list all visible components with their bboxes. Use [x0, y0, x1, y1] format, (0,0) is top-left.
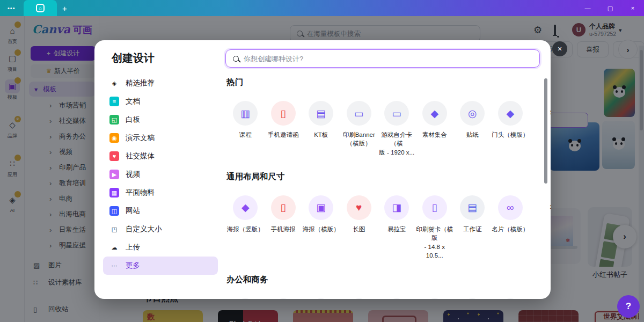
- design-format-label: 工作证: [453, 225, 492, 233]
- design-search-input[interactable]: [244, 55, 539, 63]
- design-format-icon: ◆: [498, 101, 523, 126]
- design-format-labels: 印刷Banner （横版）: [340, 130, 378, 149]
- design-format-icon: ◆: [422, 298, 447, 299]
- design-type-icon: ≡: [109, 97, 119, 106]
- design-format-icon: ∞: [460, 298, 485, 299]
- design-format-item[interactable]: ▤ 工作证: [453, 195, 492, 260]
- search-icon: [233, 56, 239, 62]
- design-format-item[interactable]: ▤ 圆角名片: [492, 298, 530, 299]
- titlebar: ••• ⌂ + — ▢ ×: [0, 0, 644, 16]
- design-format-item[interactable]: ▥ 课程: [226, 101, 265, 157]
- section-next-arrow-button[interactable]: ›: [550, 201, 551, 212]
- design-format-icon: ▯: [422, 195, 447, 220]
- design-format-item[interactable]: ◨ 易拉宝: [378, 195, 416, 260]
- design-type-icon: ◉: [109, 133, 119, 143]
- help-button[interactable]: ?: [617, 295, 640, 318]
- design-format-labels: KT板: [302, 130, 340, 149]
- design-type-menu-item[interactable]: ▦ 平面物料: [103, 184, 218, 202]
- design-format-item[interactable]: ▯ 印刷贺卡（横版 - 14.8 x 10.5...: [416, 195, 454, 260]
- design-format-label: 素材集合: [416, 130, 454, 139]
- design-format-labels: 海报（竖版）: [226, 225, 265, 243]
- maximize-button[interactable]: ▢: [599, 0, 621, 16]
- design-format-labels: 长图: [340, 225, 378, 243]
- design-type-label: 上传: [126, 243, 140, 252]
- design-format-item[interactable]: ◎ 贴纸: [453, 101, 492, 157]
- design-format-item[interactable]: ▯ 手机海报: [265, 195, 303, 260]
- design-sections: 热门 ▥ 课程: [226, 77, 541, 299]
- design-type-menu-item[interactable]: ◱ 白板: [103, 111, 218, 129]
- design-type-label: 演示文稿: [126, 133, 155, 143]
- design-format-item[interactable]: ◆ 素材集合: [416, 101, 454, 157]
- design-format-item[interactable]: ▯ 手机邀请函: [265, 101, 303, 157]
- design-format-icon: ▯: [271, 101, 296, 126]
- design-format-icon: ▥: [233, 101, 258, 126]
- design-format-label: 易拉宝: [378, 225, 416, 233]
- design-format-icon: ◨: [384, 195, 409, 220]
- design-type-menu-item[interactable]: ☁ 上传: [103, 238, 218, 257]
- design-type-label: 精选推荐: [126, 78, 155, 88]
- design-format-icon: ▯: [271, 195, 296, 220]
- minimize-button[interactable]: —: [576, 0, 599, 16]
- modal-scrollbar-thumb[interactable]: [544, 78, 547, 184]
- design-format-icon: ▤: [271, 298, 296, 299]
- design-format-icon: ▤: [347, 298, 371, 299]
- home-tab-icon: ⌂: [36, 4, 45, 12]
- section-title: 通用布局和尺寸: [226, 171, 541, 182]
- close-window-button[interactable]: ×: [621, 0, 644, 16]
- design-format-item[interactable]: ▣ 海报（横版）: [302, 195, 340, 260]
- design-format-label: 课程: [226, 130, 265, 139]
- design-format-item[interactable]: ▭ 游戏自介卡（横 版 - 1920 x...: [378, 101, 416, 157]
- design-format-item[interactable]: ◆ 会议牌: [416, 298, 454, 299]
- design-format-sublabel: （横版）: [340, 139, 378, 148]
- design-format-label: 门头（横版）: [492, 130, 530, 139]
- modal-close-button[interactable]: ×: [552, 41, 567, 56]
- design-type-menu-item[interactable]: ♥ 社交媒体: [103, 147, 218, 165]
- design-type-icon: ◈: [109, 78, 119, 88]
- design-format-icon: ∞: [498, 195, 523, 220]
- design-type-menu: ◈ 精选推荐 ≡ 文档 ◱ 白板 ◉ 演示文稿: [103, 74, 218, 275]
- design-type-icon: ◱: [109, 115, 119, 125]
- design-format-item[interactable]: ▤ KT板: [302, 101, 340, 157]
- design-section: 通用布局和尺寸 ◆ 海报（竖版）: [226, 171, 541, 260]
- design-format-item[interactable]: ▤ 提案书: [226, 298, 265, 299]
- design-format-icon: ▯: [384, 298, 409, 299]
- browser-menu-icon[interactable]: •••: [8, 5, 16, 11]
- design-format-icon: ◆: [309, 298, 333, 299]
- design-format-item[interactable]: ▭ 印刷Banner （横版）: [340, 101, 378, 157]
- design-type-menu-item[interactable]: ◳ 自定义大小: [103, 220, 218, 238]
- browser-tab-home[interactable]: ⌂: [24, 0, 57, 16]
- design-format-item[interactable]: ◆ 海报（竖版）: [226, 195, 265, 260]
- design-section: 热门 ▥ 课程: [226, 77, 541, 157]
- design-format-labels: 海报（横版）: [302, 225, 340, 243]
- design-format-label: 游戏自介卡（横: [378, 130, 416, 148]
- design-format-item[interactable]: ∞ 名片（横版）: [492, 195, 530, 260]
- design-format-icon: ▭: [384, 101, 409, 126]
- design-format-sublabel: - 14.8 x 10.5...: [416, 243, 454, 260]
- section-next-arrow-button[interactable]: ›: [550, 107, 551, 118]
- new-tab-button[interactable]: +: [62, 0, 67, 16]
- design-format-item[interactable]: ▯ 证件照（竖版 - 25 x 35毫米）: [378, 298, 416, 299]
- section-items: ◆ 海报（竖版） ▯ 手机海报: [226, 195, 541, 260]
- design-type-label: 社交媒体: [126, 151, 155, 161]
- design-format-item[interactable]: ▤ 工作表（竖版）: [340, 298, 378, 299]
- design-format-label: 印刷Banner: [340, 130, 378, 139]
- design-format-item[interactable]: ◆ 门头（横版）: [492, 101, 530, 157]
- design-format-item[interactable]: ♥ 长图: [340, 195, 378, 260]
- design-format-item[interactable]: ◆ 授权书（横版） （横版）: [302, 298, 340, 299]
- design-format-item[interactable]: ▤ 工作证: [265, 298, 303, 299]
- design-type-menu-item[interactable]: ◉ 演示文稿: [103, 129, 218, 147]
- design-type-label: 更多: [126, 261, 140, 270]
- design-type-menu-item[interactable]: ▶ 视频: [103, 165, 218, 184]
- design-format-labels: 课程: [226, 130, 265, 149]
- design-type-menu-item[interactable]: ◈ 精选推荐: [103, 74, 218, 92]
- design-type-icon: ▶: [109, 170, 119, 179]
- design-format-icon: ▤: [233, 298, 258, 299]
- design-format-labels: 门头（横版）: [492, 130, 530, 149]
- design-format-labels: 贴纸: [453, 130, 492, 149]
- design-type-menu-item[interactable]: ◫ 网站: [103, 202, 218, 220]
- design-format-icon: ▭: [347, 101, 371, 126]
- design-type-menu-item[interactable]: ≡ 文档: [103, 92, 218, 111]
- design-format-label: 长图: [340, 225, 378, 233]
- design-type-menu-item[interactable]: ⋯ 更多: [103, 257, 218, 275]
- design-format-item[interactable]: ∞ 名片（竖版）: [453, 298, 492, 299]
